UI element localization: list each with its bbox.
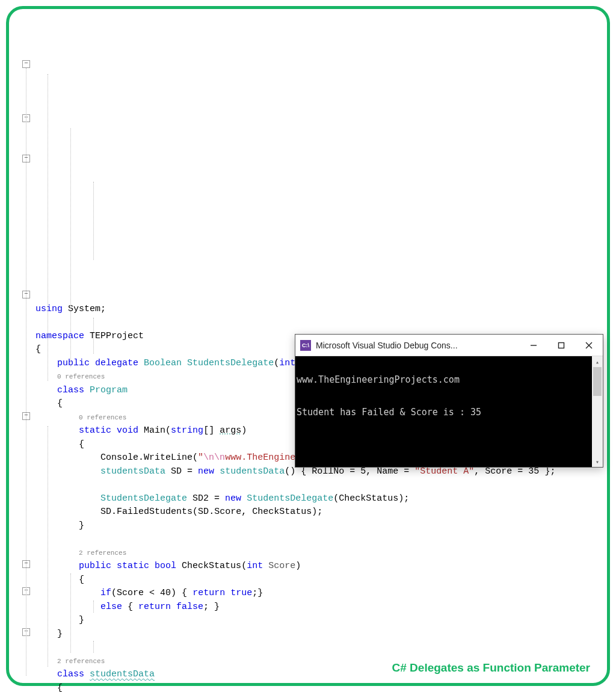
console-title: Microsoft Visual Studio Debug Cons... — [316, 341, 520, 350]
code-frame: − − − − − − − − using System; namespace … — [6, 6, 610, 686]
console-output[interactable]: www.TheEngineeringProjects.com Student h… — [295, 356, 603, 467]
minimize-button[interactable] — [520, 335, 547, 356]
caption-label: C# Delegates as Function Parameter — [392, 661, 590, 675]
close-icon — [585, 342, 593, 349]
svg-rect-1 — [559, 342, 564, 348]
debug-console-window[interactable]: C:\ Microsoft Visual Studio Debug Cons..… — [295, 334, 603, 468]
maximize-icon — [558, 342, 565, 349]
scroll-down-icon[interactable]: ▾ — [592, 456, 603, 467]
close-button[interactable] — [575, 335, 603, 356]
scroll-thumb[interactable] — [593, 367, 602, 396]
maximize-button[interactable] — [547, 335, 575, 356]
console-scrollbar[interactable]: ▴ ▾ — [592, 356, 603, 467]
collapse-icon[interactable]: − — [22, 60, 30, 68]
scroll-up-icon[interactable]: ▴ — [592, 356, 603, 367]
console-app-icon: C:\ — [300, 340, 311, 351]
console-titlebar[interactable]: C:\ Microsoft Visual Studio Debug Cons..… — [295, 335, 603, 356]
console-line: www.TheEngineeringProjects.com Student h… — [295, 363, 599, 418]
minimize-icon — [530, 342, 537, 349]
